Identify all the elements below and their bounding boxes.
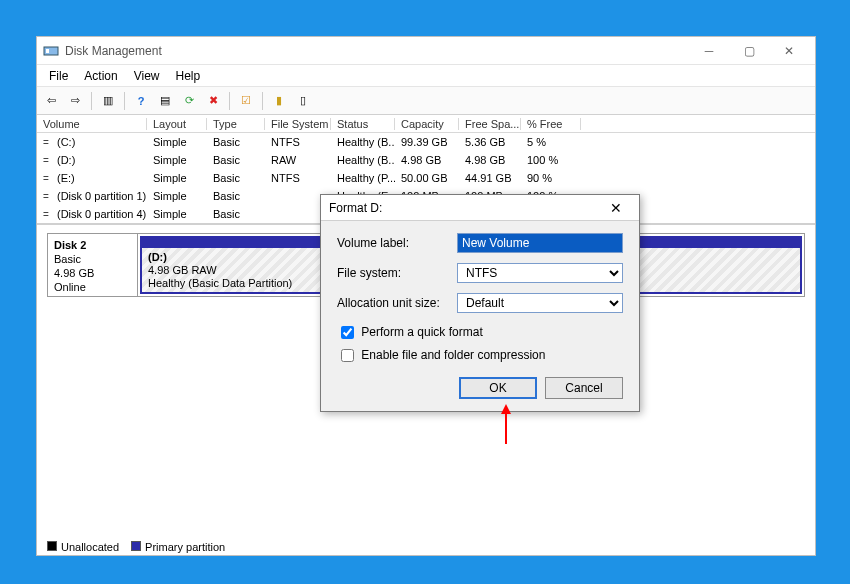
disk-state: Online (54, 281, 86, 293)
volume-list-header: Volume Layout Type File System Status Ca… (37, 115, 815, 133)
dialog-close-icon[interactable]: ✕ (601, 200, 631, 216)
menu-view[interactable]: View (126, 69, 168, 83)
settings-icon[interactable]: ▤ (155, 91, 175, 111)
app-icon (43, 43, 59, 59)
quick-format-label: Perform a quick format (361, 325, 482, 339)
col-pct[interactable]: % Free (521, 118, 581, 130)
ok-button[interactable]: OK (459, 377, 537, 399)
menu-action[interactable]: Action (76, 69, 125, 83)
disk-title: Disk 2 (54, 239, 86, 251)
action1-icon[interactable]: ▮ (269, 91, 289, 111)
menu-help[interactable]: Help (168, 69, 209, 83)
action2-icon[interactable]: ▯ (293, 91, 313, 111)
col-status[interactable]: Status (331, 118, 395, 130)
col-volume[interactable]: Volume (37, 118, 147, 130)
compression-checkbox[interactable] (341, 349, 354, 362)
file-system-select[interactable]: NTFS (457, 263, 623, 283)
back-icon[interactable]: ⇦ (41, 91, 61, 111)
annotation-arrow-icon (499, 404, 513, 453)
col-free[interactable]: Free Spa... (459, 118, 521, 130)
volume-label-input[interactable] (457, 233, 623, 253)
dialog-title: Format D: (329, 201, 382, 215)
delete-icon[interactable]: ✖ (203, 91, 223, 111)
partition-line3: Healthy (Basic Data Partition) (148, 277, 292, 289)
window-title: Disk Management (65, 44, 689, 58)
partition-line2: 4.98 GB RAW (148, 264, 217, 276)
svg-marker-3 (501, 404, 511, 414)
volume-label-label: Volume label: (337, 236, 457, 250)
allocation-unit-label: Allocation unit size: (337, 296, 457, 310)
properties-icon[interactable]: ☑ (236, 91, 256, 111)
maximize-button[interactable]: ▢ (729, 38, 769, 64)
format-dialog: Format D: ✕ Volume label: File system: N… (320, 194, 640, 412)
partition-label: (D:) (148, 251, 167, 263)
col-layout[interactable]: Layout (147, 118, 207, 130)
cancel-button[interactable]: Cancel (545, 377, 623, 399)
legend-primary: Primary partition (131, 541, 225, 553)
table-row[interactable]: =(E:)SimpleBasicNTFSHealthy (P...50.00 G… (37, 169, 815, 187)
col-type[interactable]: Type (207, 118, 265, 130)
minimize-button[interactable]: ─ (689, 38, 729, 64)
disk-size: 4.98 GB (54, 267, 94, 279)
menubar: File Action View Help (37, 65, 815, 87)
file-system-label: File system: (337, 266, 457, 280)
help-icon[interactable]: ? (131, 91, 151, 111)
table-row[interactable]: =(C:)SimpleBasicNTFSHealthy (B...99.39 G… (37, 133, 815, 151)
close-button[interactable]: ✕ (769, 38, 809, 64)
compression-label: Enable file and folder compression (361, 348, 545, 362)
forward-icon[interactable]: ⇨ (65, 91, 85, 111)
titlebar: Disk Management ─ ▢ ✕ (37, 37, 815, 65)
allocation-unit-select[interactable]: Default (457, 293, 623, 313)
quick-format-checkbox[interactable] (341, 326, 354, 339)
menu-file[interactable]: File (41, 69, 76, 83)
col-capacity[interactable]: Capacity (395, 118, 459, 130)
disk-type: Basic (54, 253, 81, 265)
legend: Unallocated Primary partition (47, 541, 225, 553)
legend-unallocated: Unallocated (47, 541, 119, 553)
dialog-titlebar: Format D: ✕ (321, 195, 639, 221)
refresh-icon[interactable]: ⟳ (179, 91, 199, 111)
show-hide-tree-icon[interactable]: ▥ (98, 91, 118, 111)
svg-rect-1 (46, 49, 49, 53)
table-row[interactable]: =(D:)SimpleBasicRAWHealthy (B...4.98 GB4… (37, 151, 815, 169)
disk-label-disk2: Disk 2 Basic 4.98 GB Online (48, 234, 138, 296)
col-fs[interactable]: File System (265, 118, 331, 130)
toolbar: ⇦ ⇨ ▥ ? ▤ ⟳ ✖ ☑ ▮ ▯ (37, 87, 815, 115)
